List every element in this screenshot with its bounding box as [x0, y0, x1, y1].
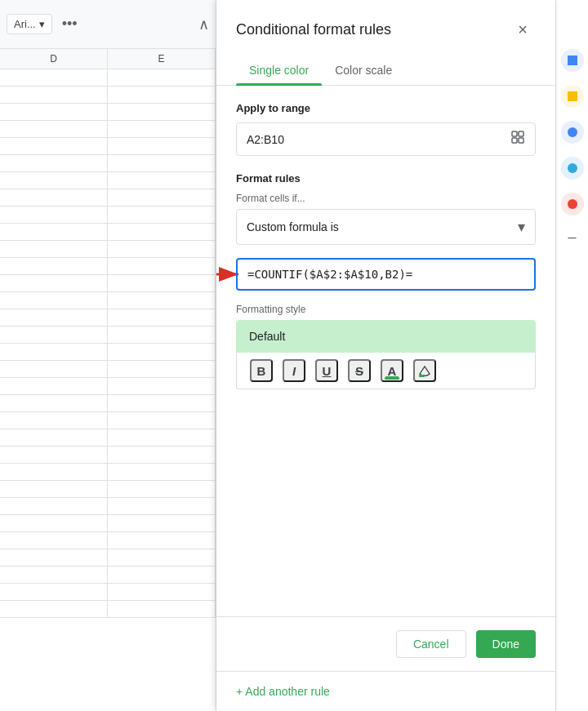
add-rule-label: + Add another rule	[236, 685, 330, 698]
cell-e30[interactable]	[108, 567, 216, 583]
cell-e24[interactable]	[108, 464, 216, 480]
cell-d30[interactable]	[0, 567, 108, 583]
svg-rect-6	[519, 131, 523, 136]
cell-d5[interactable]	[0, 138, 108, 154]
cell-e23[interactable]	[108, 447, 216, 463]
tab-single-color[interactable]: Single color	[236, 56, 322, 85]
cell-e7[interactable]	[108, 172, 216, 189]
minus-icon[interactable]: –	[568, 229, 576, 246]
cell-d8[interactable]	[0, 189, 108, 206]
cell-d14[interactable]	[0, 292, 108, 309]
close-button[interactable]: ×	[510, 16, 536, 42]
done-button[interactable]: Done	[476, 630, 536, 658]
cell-d11[interactable]	[0, 241, 108, 257]
range-input[interactable]	[247, 133, 510, 146]
cell-d4[interactable]	[0, 121, 108, 137]
cell-d1[interactable]	[0, 69, 108, 86]
range-input-wrap[interactable]	[236, 122, 536, 156]
red-circle-icon[interactable]	[561, 193, 584, 216]
cell-e16[interactable]	[108, 327, 216, 343]
cell-e20[interactable]	[108, 395, 216, 411]
tab-color-scale-label: Color scale	[335, 64, 392, 77]
blue-square-icon[interactable]	[561, 49, 584, 72]
cell-e19[interactable]	[108, 378, 216, 394]
font-color-button[interactable]: A	[381, 359, 403, 382]
cell-d2[interactable]	[0, 87, 108, 103]
lightblue-circle-icon[interactable]	[561, 157, 584, 180]
cell-d7[interactable]	[0, 172, 108, 189]
cell-e11[interactable]	[108, 241, 216, 257]
cell-d31[interactable]	[0, 584, 108, 600]
cell-d21[interactable]	[0, 412, 108, 429]
collapse-icon[interactable]: ∧	[198, 16, 209, 33]
cell-e3[interactable]	[108, 104, 216, 120]
cell-e5[interactable]	[108, 138, 216, 154]
cell-e8[interactable]	[108, 189, 216, 206]
table-row	[0, 224, 216, 241]
cell-e31[interactable]	[108, 584, 216, 600]
cell-e12[interactable]	[108, 258, 216, 274]
yellow-square-icon[interactable]	[561, 85, 584, 108]
cancel-button[interactable]: Cancel	[396, 630, 466, 658]
cell-e32[interactable]	[108, 601, 216, 617]
cell-d18[interactable]	[0, 361, 108, 377]
cell-e6[interactable]	[108, 155, 216, 171]
format-condition-value: Custom formula is	[247, 220, 339, 233]
cell-e28[interactable]	[108, 532, 216, 549]
cell-e9[interactable]	[108, 207, 216, 223]
underline-button[interactable]: U	[315, 359, 338, 382]
cell-e25[interactable]	[108, 481, 216, 497]
cell-d20[interactable]	[0, 395, 108, 411]
add-another-rule-button[interactable]: + Add another rule	[216, 671, 555, 711]
blue-circle-icon[interactable]	[561, 121, 584, 144]
bold-button[interactable]: B	[250, 359, 273, 382]
cell-d9[interactable]	[0, 207, 108, 223]
cell-e2[interactable]	[108, 87, 216, 103]
cell-d10[interactable]	[0, 224, 108, 240]
format-condition-dropdown[interactable]: Custom formula is ▾	[236, 209, 536, 245]
cell-d22[interactable]	[0, 429, 108, 446]
cell-e4[interactable]	[108, 121, 216, 137]
cell-e22[interactable]	[108, 429, 216, 446]
cell-d13[interactable]	[0, 275, 108, 291]
cell-d17[interactable]	[0, 344, 108, 360]
cell-d29[interactable]	[0, 549, 108, 566]
cell-e21[interactable]	[108, 412, 216, 429]
cell-e13[interactable]	[108, 275, 216, 291]
spreadsheet-header: Ari... ▾ ••• ∧	[0, 0, 216, 49]
table-row	[0, 515, 216, 532]
cell-e15[interactable]	[108, 309, 216, 326]
cell-d32[interactable]	[0, 601, 108, 617]
cell-e17[interactable]	[108, 344, 216, 360]
cell-d6[interactable]	[0, 155, 108, 171]
cell-d23[interactable]	[0, 447, 108, 463]
cell-d28[interactable]	[0, 532, 108, 549]
cell-d15[interactable]	[0, 309, 108, 326]
more-options-icon[interactable]: •••	[59, 12, 81, 36]
strikethrough-button[interactable]: S	[348, 359, 371, 382]
cell-e29[interactable]	[108, 549, 216, 566]
cell-e14[interactable]	[108, 292, 216, 309]
formula-input[interactable]	[247, 268, 524, 281]
cell-e10[interactable]	[108, 224, 216, 240]
table-row	[0, 189, 216, 207]
cell-d25[interactable]	[0, 481, 108, 497]
cell-e18[interactable]	[108, 361, 216, 377]
cell-e1[interactable]	[108, 69, 216, 86]
cell-d12[interactable]	[0, 258, 108, 274]
formula-input-wrap[interactable]	[236, 258, 536, 291]
font-selector[interactable]: Ari... ▾	[7, 14, 52, 34]
cell-d26[interactable]	[0, 498, 108, 514]
cell-d16[interactable]	[0, 327, 108, 343]
cell-d27[interactable]	[0, 515, 108, 531]
cell-d24[interactable]	[0, 464, 108, 480]
formatting-style-default: Default	[236, 320, 536, 353]
cell-e27[interactable]	[108, 515, 216, 531]
fill-color-button[interactable]	[413, 359, 436, 382]
tab-color-scale[interactable]: Color scale	[322, 56, 405, 85]
cell-d19[interactable]	[0, 378, 108, 394]
italic-button[interactable]: I	[283, 359, 305, 382]
grid-select-icon[interactable]	[510, 130, 525, 149]
cell-d3[interactable]	[0, 104, 108, 120]
cell-e26[interactable]	[108, 498, 216, 514]
